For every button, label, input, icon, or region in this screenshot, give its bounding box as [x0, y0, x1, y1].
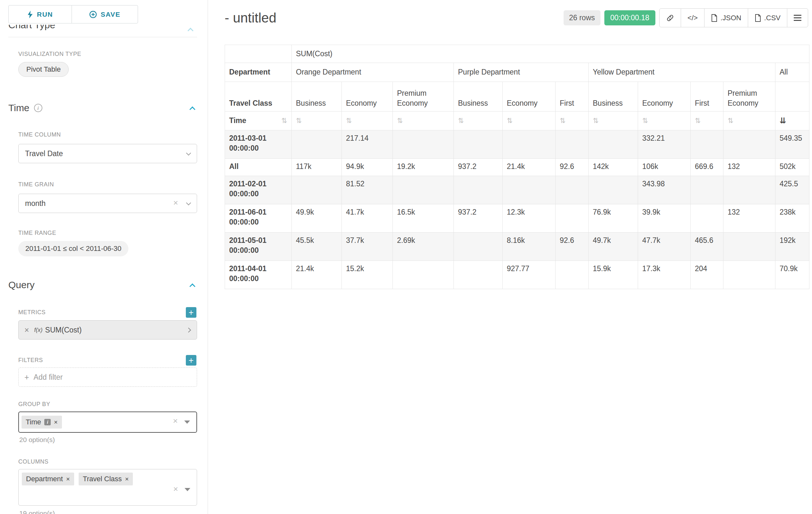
visualization-type-label: VISUALIZATION TYPE: [18, 51, 197, 57]
group-by-token-time[interactable]: Time i ×: [22, 416, 62, 429]
section-divider: [8, 37, 197, 37]
chevron-right-icon[interactable]: [186, 328, 191, 333]
pivot-cell: 17.3k: [638, 261, 691, 289]
columns-options-hint: 19 option(s): [19, 510, 197, 514]
pivot-cell: 39.9k: [638, 204, 691, 233]
save-button[interactable]: SAVE: [71, 5, 138, 23]
pivot-department-group-header: Orange Department: [292, 63, 454, 82]
remove-metric-icon[interactable]: ×: [24, 325, 29, 335]
pivot-sort-cell-active: ⇊: [775, 111, 809, 130]
sort-icon[interactable]: ⇅: [397, 117, 403, 125]
pivot-cell: 37.7k: [342, 233, 393, 261]
add-filter-button[interactable]: + Add filter: [18, 368, 197, 387]
pivot-cell: [454, 261, 502, 289]
sort-desc-icon[interactable]: ⇊: [780, 116, 786, 125]
time-section-header[interactable]: Time i: [8, 103, 197, 113]
columns-select[interactable]: Department × Travel Class × ×: [18, 469, 197, 506]
pivot-sort-cell: ⇅: [342, 111, 393, 130]
pivot-cell: [502, 176, 556, 204]
pivot-cell: 45.5k: [292, 233, 342, 261]
pivot-cell: [723, 130, 775, 159]
pivot-cell: 16.5k: [393, 204, 454, 233]
row-count-badge: 26 rows: [563, 10, 601, 25]
sort-icon[interactable]: ⇅: [695, 117, 701, 125]
pivot-department-header-row: DepartmentOrange DepartmentPurple Depart…: [225, 63, 809, 82]
pivot-cell: 47.7k: [638, 233, 691, 261]
chevron-down-icon: [186, 200, 191, 206]
pivot-cell: 92.6: [556, 159, 589, 176]
sort-icon[interactable]: ⇅: [282, 116, 287, 126]
pivot-class-header: Business: [454, 82, 502, 111]
sort-icon[interactable]: ⇅: [458, 117, 464, 125]
chevron-up-icon[interactable]: [190, 283, 195, 289]
pivot-cell: 204: [691, 261, 723, 289]
pivot-travel-class-label: Travel Class: [225, 82, 292, 111]
sort-icon[interactable]: ⇅: [728, 117, 733, 125]
group-by-options-hint: 20 option(s): [19, 436, 197, 444]
remove-token-icon[interactable]: ×: [66, 476, 70, 482]
pivot-sort-cell: ⇅: [589, 111, 638, 130]
pivot-cell: [556, 176, 589, 204]
pivot-cell: 502k: [775, 159, 809, 176]
pivot-class-header-row: Travel ClassBusinessEconomyPremium Econo…: [225, 82, 809, 111]
remove-token-icon[interactable]: ×: [125, 476, 129, 482]
pivot-cell: [691, 204, 723, 233]
export-csv-button[interactable]: .CSV: [748, 8, 787, 27]
sort-icon[interactable]: ⇅: [507, 117, 513, 125]
chart-area: - untitled 26 rows 00:00:00.18 </> .JSON: [208, 0, 812, 514]
chart-type-section-header-clipped[interactable]: Chart Type: [8, 25, 197, 34]
group-by-select[interactable]: Time i × ×: [18, 411, 197, 433]
sort-icon[interactable]: ⇅: [346, 117, 352, 125]
sort-icon[interactable]: ⇅: [642, 117, 648, 125]
time-column-select[interactable]: Travel Date: [18, 144, 197, 163]
sort-icon[interactable]: ⇅: [593, 117, 599, 125]
clear-icon[interactable]: ×: [173, 198, 178, 207]
pivot-cell: 669.6: [691, 159, 723, 176]
export-json-button[interactable]: .JSON: [704, 8, 748, 27]
plus-circle-icon: [89, 10, 97, 18]
pivot-cell: 81.52: [342, 176, 393, 204]
pivot-cell: [589, 130, 638, 159]
share-link-button[interactable]: [659, 8, 681, 27]
menu-button[interactable]: [787, 8, 808, 27]
pivot-cell: [556, 130, 589, 159]
pivot-cell: 76.9k: [589, 204, 638, 233]
query-section-title: Query: [8, 279, 35, 290]
add-metric-button[interactable]: +: [186, 307, 196, 318]
pivot-cell: [502, 130, 556, 159]
pivot-cell: 937.2: [454, 204, 502, 233]
chevron-up-icon[interactable]: [190, 106, 195, 112]
token-label: Time: [26, 418, 41, 426]
pivot-class-header: Business: [292, 82, 342, 111]
time-grain-select[interactable]: month ×: [18, 194, 197, 213]
chart-type-section-title: Chart Type: [8, 25, 197, 30]
run-button-label: RUN: [37, 10, 53, 18]
sort-icon[interactable]: ⇅: [560, 117, 566, 125]
pivot-metric-header: SUM(Cost): [292, 45, 809, 63]
pivot-row-header: 2011-06-01 00:00:00: [225, 204, 292, 233]
time-range-value[interactable]: 2011-01-01 ≤ col < 2011-06-30: [18, 241, 128, 256]
pivot-sort-cell: ⇅: [556, 111, 589, 130]
columns-token-travel-class[interactable]: Travel Class ×: [79, 472, 133, 485]
superset-explore-page: RUN SAVE Chart Type VISUALIZATION TYPE P…: [0, 0, 812, 514]
pivot-sort-cell: ⇅: [454, 111, 502, 130]
run-button[interactable]: RUN: [8, 5, 72, 23]
query-section-header[interactable]: Query: [8, 279, 197, 290]
pivot-cell: 49.7k: [589, 233, 638, 261]
add-filter-plus-button[interactable]: +: [186, 355, 196, 366]
clear-icon[interactable]: ×: [173, 485, 178, 493]
sort-icon[interactable]: ⇅: [296, 117, 302, 125]
pivot-cell: [589, 176, 638, 204]
remove-token-icon[interactable]: ×: [54, 419, 58, 425]
visualization-type-value[interactable]: Pivot Table: [18, 62, 69, 77]
columns-token-department[interactable]: Department ×: [22, 472, 74, 485]
clear-icon[interactable]: ×: [173, 417, 178, 425]
pivot-cell: 117k: [292, 159, 342, 176]
view-query-button[interactable]: </>: [681, 8, 704, 27]
pivot-sort-cell: ⇅: [393, 111, 454, 130]
pivot-data-row: 2011-04-01 00:00:0021.4k15.2k927.7715.9k…: [225, 261, 809, 289]
pivot-cell: 142k: [589, 159, 638, 176]
caret-down-icon: [184, 488, 190, 491]
pivot-cell: 217.14: [342, 130, 393, 159]
metric-item-sum-cost[interactable]: × f(x) SUM(Cost): [18, 320, 197, 340]
